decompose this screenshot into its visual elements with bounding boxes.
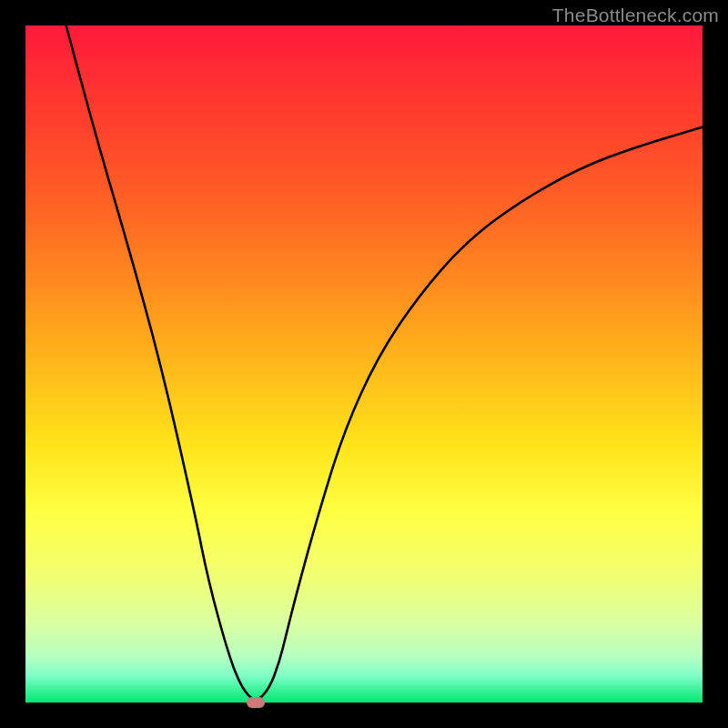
chart-frame: TheBottleneck.com [0,0,728,728]
optimal-point-marker [247,697,265,708]
plot-area [25,25,703,703]
watermark-text: TheBottleneck.com [552,5,719,26]
curve-svg [25,25,703,703]
bottleneck-curve [66,25,703,699]
